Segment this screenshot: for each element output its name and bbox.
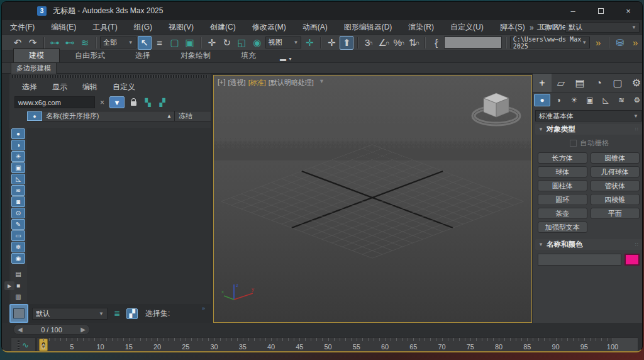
menu-overflow-chevron[interactable]: » [530, 23, 533, 32]
select-place-button[interactable]: ◉ [250, 36, 264, 50]
menu-item-3[interactable]: 组(G) [126, 20, 160, 35]
primitive-button-6[interactable]: 圆环 [538, 194, 587, 205]
primitive-button-1[interactable]: 圆锥体 [591, 152, 640, 164]
menu-item-7[interactable]: 动画(A) [294, 20, 336, 35]
bottom-overflow-chevron[interactable]: » [202, 305, 205, 312]
select-scale-button[interactable]: ◱ [235, 36, 249, 50]
menu-item-10[interactable]: 自定义(U) [442, 20, 492, 35]
filter-frozen-button[interactable]: ❄ [11, 242, 25, 252]
angle-snap-toggle[interactable]: ∠∩ [377, 36, 391, 50]
object-name-input[interactable] [538, 254, 621, 266]
named-selection-set-input[interactable] [444, 37, 501, 48]
named-selection-sets-button[interactable]: {∕ [429, 36, 443, 50]
menu-item-8[interactable]: 图形编辑器(D) [336, 20, 401, 35]
redo-button[interactable]: ↷ [26, 36, 40, 50]
filter-geometry-button[interactable]: ● [11, 128, 25, 139]
tab-hierarchy[interactable]: ▤ [570, 74, 589, 92]
frame-display[interactable]: ◀ 0 / 100 ▶ [13, 324, 90, 335]
ribbon-minimize-icon[interactable]: ▬ ▼ [280, 55, 292, 62]
viewport-label[interactable]: [+] [透视] [标准] [默认明暗处理] ▼ [218, 78, 325, 87]
explorer-object-list[interactable] [27, 128, 211, 304]
toolbar-overflow-chevron-2[interactable]: » [628, 36, 642, 50]
frame-next-icon[interactable]: ▶ [80, 326, 86, 333]
viewport-renderer-menu[interactable]: [标准] [248, 78, 266, 87]
filter-groups-button[interactable]: ◙ [11, 196, 25, 207]
toolbar-overflow-chevron[interactable]: » [591, 36, 605, 50]
viewcube[interactable] [470, 88, 523, 130]
select-rotate-button[interactable]: ↻ [220, 36, 234, 50]
bind-spacewarp-button[interactable]: ≋ [78, 36, 92, 50]
lock-icon[interactable] [128, 97, 139, 108]
name-color-rollout[interactable]: ▼ 名称和颜色 ∷ [535, 239, 642, 250]
unlink-button[interactable]: ⊷ [63, 36, 77, 50]
menu-item-11[interactable]: 脚本(S) [492, 20, 533, 35]
panel-expand-button[interactable]: ▶ [4, 281, 14, 290]
save-clock-icon[interactable]: ⛁ [613, 36, 627, 50]
menu-item-2[interactable]: 工具(T) [84, 20, 125, 35]
explorer-search-input[interactable]: www.x6g.com [14, 96, 95, 108]
primitive-button-2[interactable]: 球体 [538, 166, 587, 177]
primitive-category-select[interactable]: 标准基本体 ▼ [535, 110, 642, 121]
select-move-button[interactable]: ✛ [205, 36, 219, 50]
category-spacewarps-button[interactable]: ≋ [614, 94, 629, 106]
category-helpers-button[interactable]: ◺ [598, 94, 613, 106]
category-shapes-button[interactable]: ◑ [551, 94, 566, 106]
workspace-select[interactable]: 默认 ▼ [565, 22, 640, 33]
menu-item-6[interactable]: 修改器(M) [244, 20, 294, 35]
timeline-grip[interactable] [18, 340, 19, 349]
category-lights-button[interactable]: ☀ [567, 94, 582, 106]
maximize-button[interactable] [587, 2, 614, 20]
category-geometry-button[interactable]: ● [534, 94, 550, 106]
viewport-pov-menu[interactable]: [透视] [228, 78, 246, 87]
ribbon-tab-1[interactable]: 自由形式 [60, 49, 120, 62]
undo-button[interactable]: ↶ [11, 36, 25, 50]
tab-display[interactable]: ▢ [608, 74, 627, 92]
filter-funnel-button[interactable]: ▼ [109, 96, 125, 108]
tab-utilities[interactable]: ⚙ [627, 74, 643, 92]
window-crossing-button[interactable]: ▣ [183, 36, 197, 50]
select-by-name-button[interactable]: ≡ [153, 36, 167, 50]
ribbon-tab-4[interactable]: 填充 [226, 49, 271, 62]
select-object-button[interactable]: ↖ [138, 36, 152, 50]
object-type-rollout[interactable]: ▼ 对象类型 ∷ [535, 124, 642, 135]
explorer-menu-3[interactable]: 自定义 [106, 81, 142, 94]
category-systems-button[interactable]: ⚙ [630, 94, 643, 106]
spinner-snap-toggle[interactable]: ⇅∩ [407, 36, 421, 50]
close-button[interactable]: × [614, 2, 642, 20]
menu-item-4[interactable]: 视图(V) [160, 20, 202, 35]
filter-shapes-button[interactable]: ◑ [11, 140, 25, 150]
layers-icon[interactable]: ≣ [111, 308, 123, 319]
snap-3d-toggle[interactable]: 3∩ [362, 36, 375, 50]
viewport-layout-tab[interactable] [9, 304, 28, 323]
primitive-button-0[interactable]: 长方体 [538, 152, 587, 164]
primitive-button-10[interactable]: 加强型文本 [538, 222, 587, 233]
filter-containers-button[interactable]: ▭ [11, 230, 25, 241]
viewport-general-menu[interactable]: [+] [218, 78, 226, 87]
tree-view-button[interactable]: ▚ [142, 97, 153, 108]
filter-lights-button[interactable]: ☀ [11, 151, 25, 162]
explorer-menu-2[interactable]: 编辑 [76, 81, 104, 94]
ribbon-tab-3[interactable]: 对象绘制 [165, 49, 226, 62]
percent-snap-toggle[interactable]: %∩ [392, 36, 406, 50]
primitive-button-8[interactable]: 茶壶 [538, 208, 587, 219]
explorer-menu-1[interactable]: 显示 [46, 81, 74, 94]
tab-motion[interactable]: ◔ [589, 74, 608, 92]
primitive-button-9[interactable]: 平面 [591, 208, 640, 219]
flat-view-button[interactable]: ▞ [157, 97, 168, 108]
list-button[interactable]: ▤ [11, 269, 25, 279]
primitive-button-7[interactable]: 四棱锥 [591, 194, 640, 205]
ribbon-tab-2[interactable]: 选择 [120, 49, 165, 62]
primitive-button-3[interactable]: 几何球体 [591, 166, 640, 177]
menu-item-1[interactable]: 编辑(E) [43, 20, 84, 35]
rectangular-region-button[interactable]: ▢ [168, 36, 182, 50]
name-column-header[interactable]: 名称(按升序排序) ▲ [42, 111, 174, 121]
filter-bones-button[interactable]: ✎ [11, 219, 25, 230]
link-button[interactable]: ⊶ [48, 36, 62, 50]
menu-item-0[interactable]: 文件(F) [2, 20, 43, 35]
filter-cameras-button[interactable]: ▣ [11, 162, 25, 173]
frozen-column-header[interactable]: 冻结 [174, 111, 211, 121]
explorer-menu-0[interactable]: 选择 [16, 81, 43, 94]
menu-item-5[interactable]: 创建(C) [202, 20, 244, 35]
ribbon-panel-polymodeling[interactable]: 多边形建模 [11, 62, 57, 74]
autogrid-checkbox[interactable] [570, 140, 577, 147]
